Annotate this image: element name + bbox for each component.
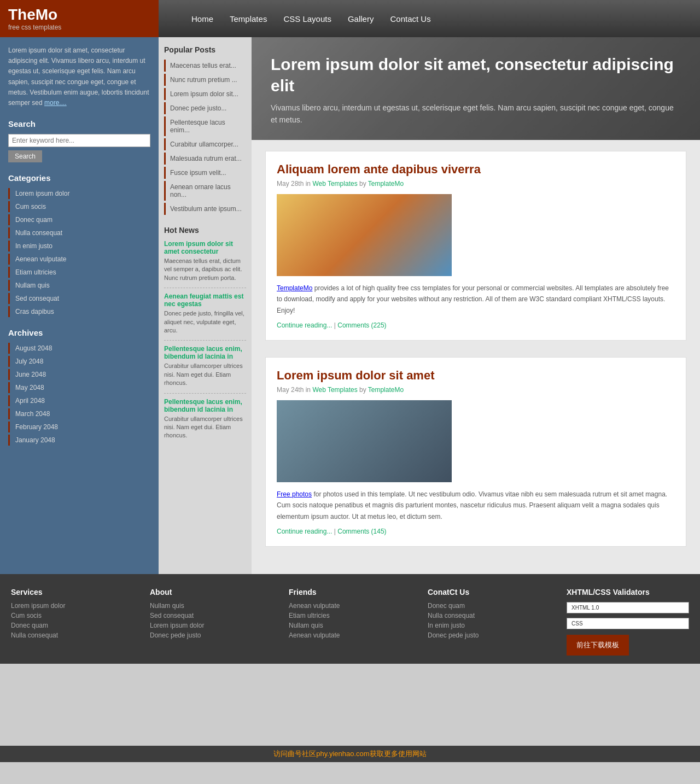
post-text: TemplateMo provides a lot of high qualit… xyxy=(277,283,675,316)
logo-area: TheMo free css templates xyxy=(0,0,159,37)
archives-list: August 2048July 2048June 2048May 2048Apr… xyxy=(8,343,150,446)
nav-home[interactable]: Home xyxy=(191,14,213,24)
footer-list-item: Nullam quis xyxy=(150,602,272,610)
popular-post-item[interactable]: Nunc rutrum pretium ... xyxy=(164,74,246,86)
post-category-link[interactable]: Web Templates xyxy=(312,386,357,394)
hot-news-title[interactable]: Pellentesque lacus enim, bibendum id lac… xyxy=(164,345,246,360)
nav-gallery[interactable]: Gallery xyxy=(348,14,374,24)
hero-title: Lorem ipsum dolor sit amet, consectetur … xyxy=(271,54,681,96)
footer-col: FriendsAenean vulputateEtiam ultriciesNu… xyxy=(289,588,411,656)
post-intro-link[interactable]: TemplateMo xyxy=(277,284,312,292)
popular-post-item[interactable]: Pellentesque lacus enim... xyxy=(164,116,246,136)
nav-templates[interactable]: Templates xyxy=(230,14,267,24)
main-wrap: Lorem ipsum dolor sit amet, consectetur … xyxy=(0,37,700,574)
hot-news-title[interactable]: Aenean feugiat mattis est nec egestas xyxy=(164,292,246,308)
category-item[interactable]: Sed consequat xyxy=(8,293,150,304)
hot-news-item: Pellentesque lacus enim, bibendum id lac… xyxy=(164,345,246,387)
archive-item[interactable]: March 2048 xyxy=(8,408,150,419)
nav-css[interactable]: CSS Layouts xyxy=(283,14,331,24)
search-section-title: Search xyxy=(8,119,150,128)
post-image xyxy=(277,194,452,276)
popular-post-item[interactable]: Malesuada rutrum erat... xyxy=(164,153,246,165)
hot-news-title[interactable]: Lorem ipsum dolor sit amet consectetur xyxy=(164,240,246,255)
logo-subtitle: free css templates xyxy=(8,24,150,31)
post-block: Lorem ipsum dolor sit ametMay 24th in We… xyxy=(265,357,686,547)
post-author-link[interactable]: TemplateMo xyxy=(368,386,404,394)
comments-link[interactable]: Comments (145) xyxy=(337,528,386,535)
footer-list-item: In enim justo xyxy=(428,622,550,629)
post-meta: May 24th in Web Templates by TemplateMo xyxy=(277,386,675,394)
post-title: Lorem ipsum dolor sit amet xyxy=(277,368,675,383)
footer-list-item: Etiam ultricies xyxy=(289,612,411,619)
nav-contact[interactable]: Contact Us xyxy=(390,14,430,24)
categories-title: Categories xyxy=(8,173,150,183)
archive-item[interactable]: May 2048 xyxy=(8,382,150,393)
popular-posts-title: Popular Posts xyxy=(164,45,246,54)
archive-item[interactable]: February 2048 xyxy=(8,422,150,432)
hot-news-desc: Curabitur ullamcorper ultrices nisi. Nam… xyxy=(164,415,246,440)
popular-posts-list: Maecenas tellus erat...Nunc rutrum preti… xyxy=(164,60,246,215)
footer-list-item: Donec pede justo xyxy=(428,631,550,639)
footer-col-title: Friends xyxy=(289,588,411,596)
archive-item[interactable]: July 2048 xyxy=(8,356,150,367)
archive-item[interactable]: August 2048 xyxy=(8,343,150,354)
footer-list-item: Donec pede justo xyxy=(150,631,272,639)
popular-post-item[interactable]: Aenean ornare lacus non... xyxy=(164,181,246,201)
hero-description: Vivamus libero arcu, interdum ut egestas… xyxy=(271,102,681,126)
search-input[interactable] xyxy=(8,134,150,147)
category-item[interactable]: Lorem ipsum dolor xyxy=(8,188,150,199)
center-column: Popular Posts Maecenas tellus erat...Nun… xyxy=(159,37,252,574)
archives-title: Archives xyxy=(8,328,150,337)
hot-news-item: Pellentesque lacus enim, bibendum id lac… xyxy=(164,398,246,440)
category-item[interactable]: In enim justo xyxy=(8,241,150,251)
post-links: Continue reading... | Comments (225) xyxy=(277,321,675,329)
footer-list-item: Aenean vulputate xyxy=(289,631,411,639)
category-item[interactable]: Etiam ultricies xyxy=(8,267,150,278)
hot-news-desc: Curabitur ullamcorper ultrices nisi. Nam… xyxy=(164,362,246,387)
posts-area: Aliquam lorem ante dapibus viverraMay 28… xyxy=(252,140,700,574)
search-button[interactable]: Search xyxy=(8,150,42,162)
continue-reading-link[interactable]: Continue reading... xyxy=(277,528,332,535)
post-intro-link[interactable]: Free photos xyxy=(277,490,312,498)
post-author-link[interactable]: TemplateMo xyxy=(368,180,404,188)
categories-list: Lorem ipsum dolorCum socisDonec quamNull… xyxy=(8,188,150,317)
popular-post-item[interactable]: Lorem ipsum dolor sit... xyxy=(164,88,246,100)
footer-list-item: Nullam quis xyxy=(289,622,411,629)
footer-col-title: About xyxy=(150,588,272,596)
popular-post-item[interactable]: Maecenas tellus erat... xyxy=(164,60,246,72)
hot-news-title[interactable]: Pellentesque lacus enim, bibendum id lac… xyxy=(164,398,246,413)
category-item[interactable]: Nulla consequat xyxy=(8,227,150,238)
popular-post-item[interactable]: Fusce ipsum velit... xyxy=(164,167,246,179)
hot-news-desc: Donec pede justo, fringilla vel, aliquet… xyxy=(164,309,246,335)
hot-news-item: Lorem ipsum dolor sit amet consecteturMa… xyxy=(164,240,246,282)
footer-col: XHTML/CSS ValidatorsXHTML 1.0CSS前往下载模板 xyxy=(567,588,689,656)
comments-link[interactable]: Comments (225) xyxy=(337,321,386,329)
popular-post-item[interactable]: Curabitur ullamcorper... xyxy=(164,138,246,150)
sidebar-intro: Lorem ipsum dolor sit amet, consectetur … xyxy=(8,45,150,108)
category-item[interactable]: Cum socis xyxy=(8,201,150,212)
popular-post-item[interactable]: Donec pede justo... xyxy=(164,102,246,114)
post-title: Aliquam lorem ante dapibus viverra xyxy=(277,162,675,177)
archive-item[interactable]: January 2048 xyxy=(8,435,150,446)
footer-list-item: Donec quam xyxy=(11,622,133,629)
main-content: Lorem ipsum dolor sit amet, consectetur … xyxy=(252,37,700,574)
main-nav: HomeTemplatesCSS LayoutsGalleryContact U… xyxy=(159,14,700,24)
category-item[interactable]: Aenean vulputate xyxy=(8,254,150,265)
sidebar-more-link[interactable]: more.... xyxy=(44,99,67,107)
footer-list-item: Cum socis xyxy=(11,612,133,619)
archive-item[interactable]: April 2048 xyxy=(8,395,150,406)
download-button[interactable]: 前往下载模板 xyxy=(567,635,629,656)
hot-news-desc: Maecenas tellus erat, dictum vel semper … xyxy=(164,257,246,282)
continue-reading-link[interactable]: Continue reading... xyxy=(277,321,332,329)
footer-list-item: Lorem ipsum dolor xyxy=(150,622,272,629)
footer-col-title: ConatCt Us xyxy=(428,588,550,596)
archive-item[interactable]: June 2048 xyxy=(8,369,150,380)
popular-post-item[interactable]: Vestibulum ante ipsum... xyxy=(164,203,246,215)
footer-list-item: Donec quam xyxy=(428,602,550,610)
footer-list-item: Sed consequat xyxy=(150,612,272,619)
category-item[interactable]: Cras dapibus xyxy=(8,306,150,317)
post-block: Aliquam lorem ante dapibus viverraMay 28… xyxy=(265,151,686,341)
category-item[interactable]: Nullam quis xyxy=(8,280,150,291)
post-category-link[interactable]: Web Templates xyxy=(312,180,357,188)
category-item[interactable]: Donec quam xyxy=(8,214,150,225)
